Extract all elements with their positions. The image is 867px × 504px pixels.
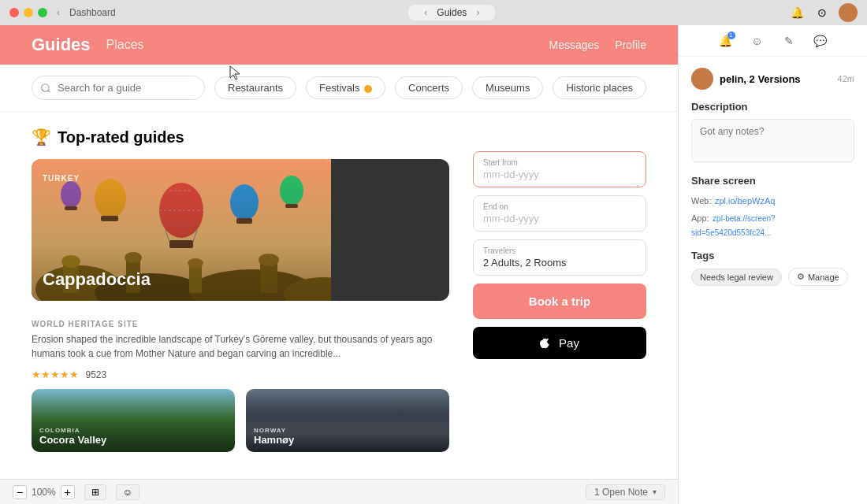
star-rating: ★★★★★ [32,369,79,380]
help-icon[interactable]: ⊙ [813,4,831,21]
zoom-in-button[interactable]: + [61,485,75,499]
content-area: 🏆 Top-rated guides [0,112,678,479]
top-bar: ‹ Dashboard ‹ Guides › 🔔 ⊙ [0,0,867,25]
filter-concerts[interactable]: Concerts [395,76,463,99]
small-cards: COLOMBIA Cocora Valley NORWAY Hamnøy [32,389,449,452]
main-content: Guides Places Messages Profile Restauran… [0,25,867,504]
tags-row: Needs legal review ⚙ Manage [691,268,854,286]
notification-panel-icon[interactable]: 🔔 1 [716,32,735,50]
traffic-lights [9,8,47,17]
card-description: Erosion shaped the incredible landscape … [32,332,449,361]
card-meta: WORLD HERITAGE SITE Erosion shaped the i… [32,312,449,389]
small-card-colombia[interactable]: COLOMBIA Cocora Valley [32,389,235,452]
active-tab[interactable]: ‹ Guides › [408,5,495,20]
site-title[interactable]: Guides [32,35,91,55]
zoom-level: 100% [32,487,56,498]
booking-form: Start from mm-dd-yyyy End on mm-dd-yyyy … [473,128,646,359]
search-input[interactable] [32,76,205,100]
applepay-button[interactable]: Pay [473,327,646,359]
tab-area: ‹ Guides › [122,5,782,20]
filter-restaurants[interactable]: Restaurants [214,76,296,99]
card-country-label: TURKEY [43,170,80,184]
back-arrow[interactable]: ‹ [54,7,63,18]
browser-panel: Guides Places Messages Profile Restauran… [0,25,678,504]
start-placeholder: mm-dd-yyyy [483,169,636,180]
tags-section: Tags Needs legal review ⚙ Manage [691,250,854,286]
travelers-value: 2 Adults, 2 Rooms [483,257,636,269]
zoom-controls: − 100% + [13,485,75,499]
filter-museums[interactable]: Museums [472,76,543,99]
share-app-row: App: zpl-beta://screen?sid=5e5420d553fc2… [691,210,854,239]
notification-badge: 1 [727,32,735,39]
share-web-row: Web: zpl.io/bepWzAq [691,193,854,207]
messages-nav[interactable]: Messages [549,39,600,51]
site-header: Guides Places Messages Profile [0,25,678,65]
description-label: Description [691,101,854,113]
edit-panel-icon[interactable]: ✎ [780,32,798,50]
share-screen-label: Share screen [691,175,854,187]
web-url[interactable]: zpl.io/bepWzAq [715,196,775,206]
section-title-text: Top-rated guides [58,128,184,146]
end-date-field[interactable]: End on mm-dd-yyyy [473,195,646,232]
description-textarea[interactable] [691,119,854,162]
grid-view-button[interactable]: ⊞ [84,484,106,500]
places-nav[interactable]: Places [106,38,144,52]
applepay-label: Pay [559,336,579,350]
filter-badge [364,85,372,93]
user-name: pelin, 2 Versions [720,73,832,85]
user-avatar [691,68,713,90]
web-label: Web: [691,196,711,206]
booking-widget: Start from mm-dd-yyyy End on mm-dd-yyyy … [473,128,646,463]
top-icons: 🔔 ⊙ [788,3,858,22]
needs-legal-review-tag[interactable]: Needs legal review [691,269,782,286]
manage-tags-button[interactable]: ⚙ Manage [788,268,848,286]
travelers-field[interactable]: Travelers 2 Adults, 2 Rooms [473,239,646,276]
right-panel: 🔔 1 ☺ ✎ 💬 pelin, 2 Versions 42m Descript… [678,25,867,504]
minimize-button[interactable] [24,8,33,17]
zoom-out-button[interactable]: − [13,485,27,499]
norway-label: NORWAY [254,427,294,434]
small-card-norway[interactable]: NORWAY Hamnøy [246,389,449,452]
layers-button[interactable]: ☺ [116,484,140,500]
filter-festivals[interactable]: Festivals [306,76,385,99]
profile-nav[interactable]: Profile [615,39,646,51]
left-content: 🏆 Top-rated guides [32,128,449,463]
open-note-button[interactable]: 1 Open Note ▾ [586,484,665,500]
panel-content: pelin, 2 Versions 42m Description Share … [679,57,867,504]
back-label[interactable]: Dashboard [69,7,116,18]
share-section: Share screen Web: zpl.io/bepWzAq App: zp… [691,175,854,239]
end-label: End on [483,202,636,211]
emoji-panel-icon[interactable]: ☺ [748,32,767,50]
festivals-label: Festivals [319,82,359,94]
start-label: Start from [483,158,636,167]
close-button[interactable] [9,8,19,17]
user-avatar-top[interactable] [839,3,858,22]
user-time: 42m [838,74,854,83]
site-nav-right: Messages Profile [549,39,647,51]
tags-label: Tags [691,250,854,261]
colombia-title: Cocora Valley [39,434,106,446]
gear-icon: ⚙ [797,272,805,282]
tab-forward-arrow[interactable]: › [473,7,482,18]
card-category: WORLD HERITAGE SITE [32,320,449,328]
norway-title: Hamnøy [254,434,294,446]
user-row: pelin, 2 Versions 42m [691,68,854,90]
filter-historic[interactable]: Historic places [553,76,646,99]
colombia-label: COLOMBIA [39,427,106,434]
trophy-icon: 🏆 [32,128,51,146]
end-placeholder: mm-dd-yyyy [483,213,636,224]
start-date-field[interactable]: Start from mm-dd-yyyy [473,151,646,187]
apple-icon [540,338,554,349]
open-note-label: 1 Open Note [594,487,648,498]
featured-card[interactable]: TURKEY Cappadoccia [32,159,449,301]
search-filter-bar: Restaurants Festivals Concerts Museums H… [0,65,678,112]
card-title-overlay: Cappadoccia [43,269,151,290]
tab-back-arrow[interactable]: ‹ [421,7,430,18]
panel-toolbar: 🔔 1 ☺ ✎ 💬 [679,25,867,57]
chat-panel-icon[interactable]: 💬 [811,32,830,50]
travelers-label: Travelers [483,246,636,255]
notification-icon[interactable]: 🔔 [788,4,806,21]
site-nav-left: Guides Places [32,35,144,55]
fullscreen-button[interactable] [38,8,47,17]
book-trip-button[interactable]: Book a trip [473,284,646,319]
